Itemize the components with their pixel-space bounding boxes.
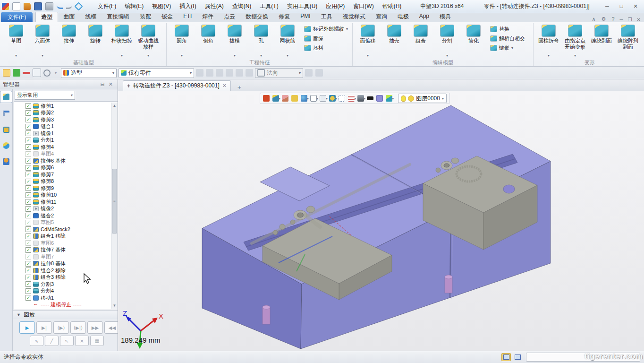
tree-item[interactable]: ✓ 组合2 移除 <box>14 267 119 274</box>
tree-item[interactable]: ✓ 修剪7 <box>14 171 119 178</box>
ribbon-tab[interactable]: 直接编辑 <box>102 12 135 22</box>
dropdown-arrow-icon[interactable]: ▾ <box>367 53 369 59</box>
draft-button[interactable]: 拔模 ▾ <box>221 23 248 59</box>
tree-item[interactable]: ✓ 分割1 <box>14 137 119 144</box>
tree-item[interactable]: ✓ 草图5 <box>14 219 119 226</box>
app-logo-icon[interactable] <box>2 3 9 10</box>
deform-from-point-button[interactable]: 由指定点 开始变形 ▾ <box>562 23 588 59</box>
tree-item-checkbox[interactable]: ✓ <box>25 151 31 157</box>
dropdown-arrow-icon[interactable]: ▾ <box>548 53 550 59</box>
tree-item-checkbox[interactable]: ✓ <box>25 110 31 116</box>
new-tab-button[interactable]: + <box>235 84 244 91</box>
ribbon-tab[interactable]: 装配 <box>135 12 156 22</box>
dropdown-arrow-icon[interactable]: ▾ <box>52 71 59 75</box>
dropdown-arrow-icon[interactable]: ▾ <box>121 53 123 59</box>
display-filter-combo[interactable]: 显示常用 ▾ <box>15 91 75 100</box>
replace-button[interactable]: 替换 ▾ <box>489 25 530 33</box>
tree-item[interactable]: ✓ 修剪3 <box>14 116 119 123</box>
model-3d-view[interactable]: Z X <box>118 91 644 351</box>
tree-item-checkbox[interactable]: ✓ <box>25 199 31 205</box>
close-button[interactable]: ✕ <box>629 2 642 11</box>
ribbon-tab[interactable]: 模具 <box>434 12 456 22</box>
history-tab-icon[interactable] <box>0 91 12 103</box>
tree-item-checkbox[interactable]: ✓ <box>25 130 31 136</box>
ribbon-tab[interactable]: FTI <box>178 12 197 22</box>
tree-item[interactable]: ✓ 修剪2 <box>14 110 119 117</box>
menu-item[interactable]: 窗口(W) <box>349 1 377 12</box>
dropdown-arrow-icon[interactable]: ▾ <box>181 53 183 59</box>
dropdown-arrow-icon[interactable]: ▾ <box>15 53 17 59</box>
dropdown-arrow-icon[interactable]: ▾ <box>260 53 262 59</box>
tree-item-checkbox[interactable]: ✓ <box>25 268 31 273</box>
image-tool-button[interactable]: ▦ <box>90 336 104 346</box>
shell-button[interactable]: 抽壳 ▾ <box>381 23 407 59</box>
tree-item[interactable]: ✓ 修剪1 <box>14 103 119 110</box>
close-tab-icon[interactable]: ✕ <box>222 83 227 89</box>
dropdown-arrow-icon[interactable]: ▾ <box>287 53 288 59</box>
save-icon[interactable] <box>34 2 42 10</box>
scroll-down-icon[interactable]: ▼ <box>111 302 118 309</box>
cylinder-bend-button[interactable]: 圆柱折弯 ▾ <box>535 23 562 59</box>
menu-item[interactable]: 实用工具(U) <box>283 1 322 12</box>
hole-button[interactable]: 孔 ▾ <box>248 23 274 59</box>
scroll-up-icon[interactable]: ▲ <box>111 103 118 109</box>
lasso-icon[interactable] <box>43 69 51 77</box>
wrap-to-face-button[interactable]: 缠绕到面 ▾ <box>588 23 615 59</box>
distribute-v-icon[interactable] <box>226 69 233 77</box>
tree-scrollbar[interactable]: ▲ ≡ ▼ <box>111 103 118 309</box>
normal-combo[interactable]: 法向 ▾ <box>255 68 303 78</box>
revolve-button[interactable]: 旋转 ▾ <box>82 23 109 59</box>
extrude-button[interactable]: 拉伸 ▾ <box>56 23 82 59</box>
assembly-tab-icon[interactable] <box>0 108 12 119</box>
tree-item-checkbox[interactable]: ✓ <box>25 295 31 301</box>
open-file-icon[interactable] <box>24 3 31 10</box>
tree-item-checkbox[interactable]: ✓ <box>25 144 31 150</box>
tree-item-checkbox[interactable]: ✓ <box>25 192 31 198</box>
shape-filter-combo[interactable]: 造型 ▾ <box>61 68 117 78</box>
tree-item-checkbox[interactable]: ✓ <box>25 117 31 122</box>
tree-item-checkbox[interactable]: ✓ <box>25 288 31 294</box>
scrollbar-thumb[interactable]: ≡ <box>112 169 117 233</box>
fillet-button[interactable]: 圆角 ▾ <box>169 23 195 59</box>
tree-item[interactable]: ✓ 镜像2 <box>14 206 119 213</box>
ribbon-tab[interactable]: 曲面 <box>58 12 80 22</box>
ribbon-tab[interactable]: 工具 <box>316 12 338 22</box>
view-tab-icon[interactable] <box>0 124 12 135</box>
tree-item[interactable]: ✓ 拉伸8 基体 <box>14 260 119 268</box>
ribbon-tab[interactable]: PMI <box>295 12 315 22</box>
tree-item[interactable]: ✓ 组合1 移除 <box>14 233 119 240</box>
tree-item-checkbox[interactable]: ✓ <box>25 158 31 164</box>
tree-item[interactable]: ✓ 草图7 <box>14 253 119 260</box>
tree-item[interactable]: ✓ 镜像1 <box>14 130 119 137</box>
close-panel-icon[interactable]: ✕ <box>107 81 115 87</box>
thread-mark-button[interactable]: 标记外部螺纹 ▾ <box>303 25 349 33</box>
menu-item[interactable]: 视图(V) <box>148 1 175 12</box>
tree-item[interactable]: ✓ 缝合1 <box>14 123 119 130</box>
menu-item[interactable]: 文件(F) <box>94 1 120 12</box>
tree-item[interactable]: ✓ 修剪9 <box>14 185 119 192</box>
tree-item[interactable]: ✓ 分割4 <box>14 288 119 295</box>
tree-item[interactable]: ✓ 组合3 移除 <box>14 274 119 281</box>
stock-button[interactable]: 坯料 ▾ <box>303 44 349 52</box>
select-icon[interactable] <box>3 69 10 77</box>
tree-item[interactable]: ✓ 草图4 <box>14 151 119 158</box>
distribute-h-icon[interactable] <box>216 69 223 77</box>
menu-item[interactable]: 工具(T) <box>256 1 282 12</box>
menu-item[interactable]: 属性(A) <box>201 1 228 12</box>
tree-item-checkbox[interactable]: ✓ <box>25 281 31 287</box>
tree-item-checkbox[interactable]: ✓ <box>25 261 31 267</box>
doc-minimize-button[interactable]: ─ <box>618 17 626 22</box>
undo-icon[interactable] <box>57 4 63 9</box>
align-right-icon[interactable] <box>206 69 213 77</box>
minimize-button[interactable]: ─ <box>601 2 614 11</box>
tree-item-checkbox[interactable]: ✓ <box>25 138 31 143</box>
box-button[interactable]: 六面体 ▾ <box>29 23 56 59</box>
visual-style-tab-icon[interactable] <box>0 140 12 151</box>
tree-item-checkbox[interactable]: ✓ <box>25 185 31 191</box>
simplify-button[interactable]: 简化 ▾ <box>460 23 487 59</box>
tree-item[interactable]: ✓ 分割3 <box>14 281 119 288</box>
tree-item-checkbox[interactable]: ✓ <box>25 254 31 259</box>
ribbon-tab[interactable]: 点云 <box>219 12 240 22</box>
loft-button[interactable]: 驱动曲线 放样 ▾ <box>135 23 161 59</box>
grid-toggle-icon[interactable] <box>501 353 511 361</box>
